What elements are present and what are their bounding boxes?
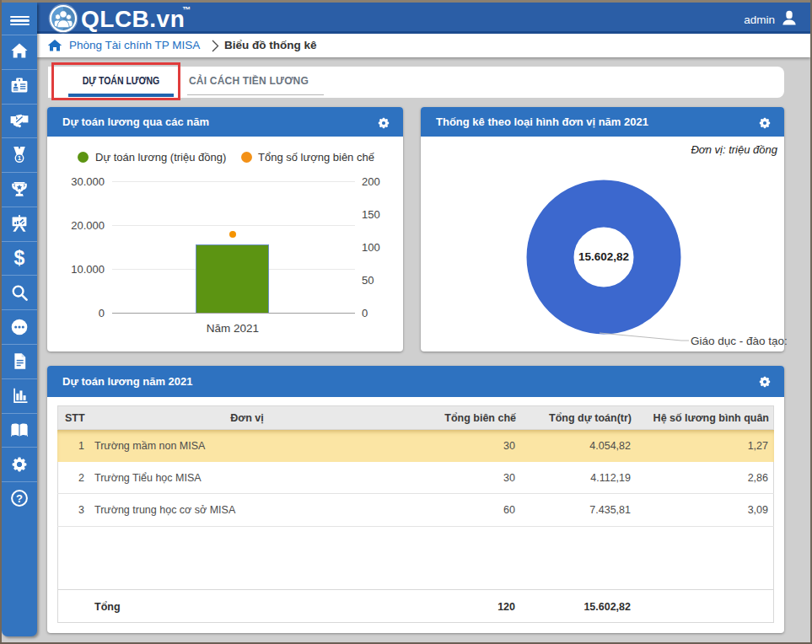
svg-text:1: 1 [18, 154, 22, 162]
svg-text:$: $ [14, 249, 25, 267]
svg-text:?: ? [16, 492, 23, 505]
